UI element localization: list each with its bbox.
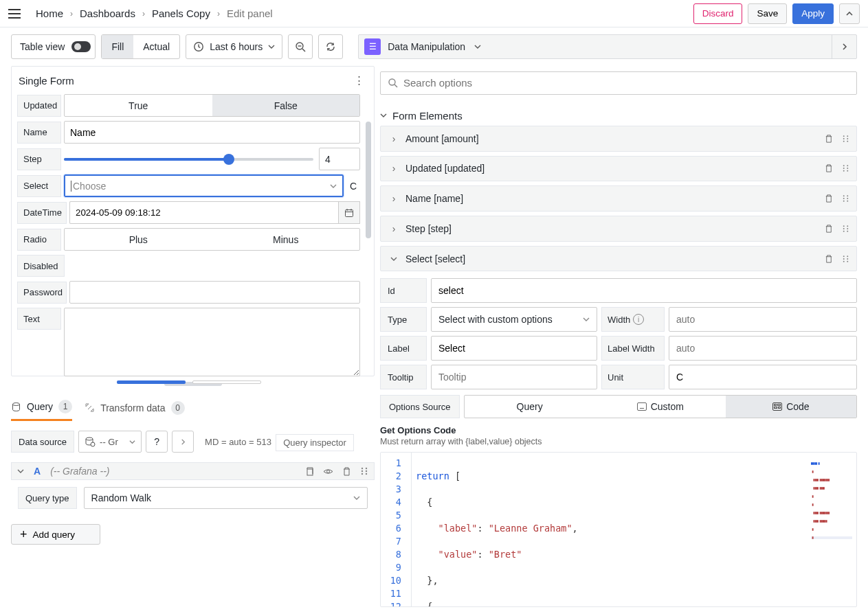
expand-icon[interactable]	[832, 34, 856, 59]
query-inspector-button[interactable]: Query inspector	[276, 434, 354, 451]
step-slider[interactable]	[64, 158, 313, 161]
trash-icon[interactable]	[824, 194, 834, 203]
transform-count-badge: 0	[171, 401, 185, 415]
password-input[interactable]	[69, 281, 360, 304]
eye-icon[interactable]	[323, 466, 333, 477]
table-view-toggle[interactable]: Table view	[11, 34, 96, 59]
crumb-home[interactable]: Home	[36, 8, 63, 19]
element-amount[interactable]: › Amount [amount]	[380, 126, 857, 152]
fill-option[interactable]: Fill	[102, 35, 133, 58]
element-select[interactable]: Select [select]	[380, 246, 857, 272]
transform-icon	[85, 402, 95, 413]
collapse-icon[interactable]	[839, 3, 860, 24]
source-code[interactable]: Code	[726, 396, 856, 418]
chevron-right-icon[interactable]: ›	[388, 163, 400, 174]
drag-icon[interactable]	[842, 163, 849, 173]
drag-icon[interactable]	[360, 466, 368, 476]
select-input[interactable]: Choose	[64, 174, 344, 197]
crumb-dashboards[interactable]: Dashboards	[80, 8, 135, 19]
calendar-icon[interactable]	[338, 201, 360, 224]
radio-minus[interactable]: Minus	[212, 229, 360, 250]
svg-point-14	[366, 467, 367, 468]
source-custom[interactable]: Custom	[595, 396, 726, 418]
element-name[interactable]: › Name [name]	[380, 185, 857, 212]
chevron-right-icon: ›	[70, 9, 73, 19]
chevron-down-icon[interactable]	[17, 468, 24, 475]
select-unit: C	[346, 181, 360, 192]
updated-false[interactable]: False	[212, 95, 360, 116]
chevron-right-icon: ›	[217, 9, 220, 19]
info-icon[interactable]: i	[633, 314, 644, 325]
datasource-help-button[interactable]: ?	[146, 431, 168, 453]
element-step[interactable]: › Step [step]	[380, 216, 857, 242]
datasource-expand-button[interactable]	[172, 431, 194, 453]
name-input[interactable]	[64, 121, 360, 144]
duplicate-icon[interactable]	[304, 466, 315, 477]
refresh-button[interactable]	[318, 34, 343, 59]
radio-plus[interactable]: Plus	[65, 229, 212, 250]
trash-icon[interactable]	[342, 466, 352, 477]
drag-icon[interactable]	[842, 194, 849, 203]
reset-button-partial[interactable]	[192, 380, 261, 384]
query-type-label: Query type	[18, 487, 77, 509]
width-input[interactable]	[669, 307, 857, 332]
search-input[interactable]	[403, 77, 849, 89]
element-updated[interactable]: › Updated [updated]	[380, 156, 857, 182]
panel-scrollbar[interactable]	[366, 122, 371, 238]
code-area[interactable]: return [ { "label": "Leanne Graham", "va…	[411, 453, 856, 606]
tab-transform[interactable]: Transform data 0	[85, 396, 184, 420]
source-query[interactable]: Query	[465, 396, 595, 418]
menu-icon[interactable]	[8, 5, 25, 22]
trash-icon[interactable]	[824, 224, 834, 234]
unit-input[interactable]	[669, 365, 857, 389]
slider-thumb[interactable]	[223, 154, 234, 165]
code-minimap[interactable]: █████ █ █ ████ ████████ ████ ████ █ █ ██…	[811, 457, 852, 545]
id-input[interactable]	[431, 278, 857, 303]
updated-true[interactable]: True	[65, 95, 212, 116]
drag-icon[interactable]	[842, 224, 849, 234]
trash-icon[interactable]	[824, 134, 834, 144]
text-label: Text	[17, 308, 61, 330]
submit-button-partial[interactable]	[117, 380, 186, 384]
form-elements-section[interactable]: Form Elements	[380, 110, 857, 122]
trash-icon[interactable]	[824, 254, 834, 264]
chevron-right-icon[interactable]: ›	[388, 223, 400, 234]
text-area[interactable]	[64, 308, 360, 376]
panel-menu-icon[interactable]: ⋮	[350, 72, 367, 89]
tab-query[interactable]: Query 1	[11, 394, 72, 421]
datetime-label: DateTime	[17, 202, 67, 224]
chevron-down-icon	[129, 439, 135, 445]
time-range-picker[interactable]: Last 6 hours	[186, 34, 282, 59]
save-button[interactable]: Save	[748, 3, 787, 24]
options-source-tabs: Query Custom Code	[464, 395, 857, 418]
zoom-out-button[interactable]	[288, 34, 313, 59]
search-options[interactable]	[380, 71, 857, 95]
chevron-right-icon[interactable]: ›	[388, 193, 400, 204]
label-width-input[interactable]	[669, 336, 857, 361]
actual-option[interactable]: Actual	[133, 35, 179, 58]
code-editor[interactable]: 12345678910111213 return [ { "label": "L…	[380, 452, 857, 607]
clock-icon	[193, 41, 204, 52]
trash-icon[interactable]	[824, 163, 834, 173]
svg-point-35	[843, 198, 845, 199]
drag-icon[interactable]	[842, 254, 849, 264]
discard-button[interactable]: Discard	[693, 3, 743, 24]
code-icon	[772, 402, 782, 411]
tooltip-input[interactable]	[431, 365, 597, 389]
datetime-input[interactable]	[69, 201, 338, 224]
drag-icon[interactable]	[842, 134, 849, 144]
datasource-select[interactable]: -- Gr	[78, 431, 142, 453]
crumb-panels-copy[interactable]: Panels Copy	[152, 8, 210, 19]
type-select[interactable]: Select with custom options	[431, 307, 597, 332]
chevron-down-icon[interactable]	[388, 255, 400, 262]
visualization-picker[interactable]	[465, 43, 490, 50]
type-value: Select with custom options	[438, 314, 553, 325]
query-type-select[interactable]: Random Walk	[84, 487, 368, 509]
name-label: Name	[17, 122, 61, 144]
step-value[interactable]: 4	[319, 148, 360, 170]
add-query-button[interactable]: + Add query	[11, 524, 100, 545]
apply-button[interactable]: Apply	[792, 3, 834, 24]
chevron-right-icon[interactable]: ›	[388, 133, 400, 144]
svg-point-37	[843, 201, 845, 202]
label-input[interactable]	[431, 336, 597, 361]
